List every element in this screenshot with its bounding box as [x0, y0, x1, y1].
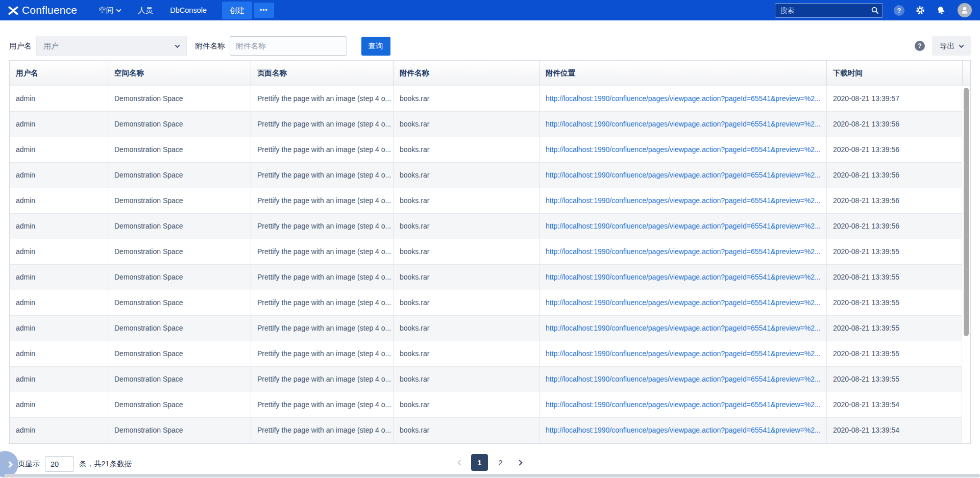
attachment-url-link[interactable]: http://localhost:1990/confluence/pages/v…	[546, 426, 821, 434]
cell-attachment-location: http://localhost:1990/confluence/pages/v…	[539, 418, 826, 443]
attachment-url-link[interactable]: http://localhost:1990/confluence/pages/v…	[546, 273, 821, 281]
cell-download-time: 2020-08-21 13:39:55	[826, 290, 970, 315]
attachment-url-link[interactable]: http://localhost:1990/confluence/pages/v…	[546, 145, 821, 154]
more-menu-button[interactable]: •••	[254, 3, 274, 18]
attachment-name-label: 附件名称	[195, 41, 225, 51]
per-page-input[interactable]	[45, 456, 74, 472]
nav-item-people[interactable]: 人员	[138, 6, 153, 15]
cell-download-time: 2020-08-21 13:39:56	[826, 214, 970, 239]
nav-item-dbconsole[interactable]: DbConsole	[170, 6, 207, 14]
export-button[interactable]: 导出	[932, 36, 971, 56]
attachment-url-link[interactable]: http://localhost:1990/confluence/pages/v…	[546, 349, 821, 358]
cell-username: admin	[10, 86, 108, 111]
cell-attachment-location: http://localhost:1990/confluence/pages/v…	[539, 86, 826, 111]
cell-username: admin	[10, 392, 108, 417]
chevron-down-icon	[175, 43, 180, 48]
cell-download-time: 2020-08-21 13:39:54	[826, 418, 970, 443]
table-row: admin Demonstration Space Prettify the p…	[10, 392, 970, 418]
cell-space-name: Demonstration Space	[108, 341, 251, 366]
help-icon[interactable]: ?	[894, 5, 904, 16]
table-row: admin Demonstration Space Prettify the p…	[10, 188, 970, 214]
attachment-download-table: 用户名 空间名称 页面名称 附件名称 附件位置 下载时间 admin Demon…	[9, 60, 971, 444]
page-help-icon[interactable]: ?	[915, 41, 925, 51]
page-button-2[interactable]: 2	[492, 454, 509, 471]
cell-page-name: Prettify the page with an image (step 4 …	[251, 367, 393, 392]
cell-space-name: Demonstration Space	[108, 290, 251, 315]
username-label: 用户名	[9, 41, 32, 51]
attachment-name-input[interactable]	[230, 36, 347, 56]
table-row: admin Demonstration Space Prettify the p…	[10, 341, 970, 367]
attachment-url-link[interactable]: http://localhost:1990/confluence/pages/v…	[546, 94, 821, 103]
column-header-download-time: 下载时间	[826, 61, 962, 86]
user-avatar[interactable]	[958, 3, 972, 17]
table-row: admin Demonstration Space Prettify the p…	[10, 112, 970, 137]
cell-space-name: Demonstration Space	[108, 316, 251, 341]
cell-username: admin	[10, 112, 108, 137]
column-header-attachment-location: 附件位置	[539, 61, 826, 86]
chevron-down-icon	[959, 43, 964, 48]
attachment-url-link[interactable]: http://localhost:1990/confluence/pages/v…	[546, 171, 821, 179]
cell-page-name: Prettify the page with an image (step 4 …	[251, 137, 393, 162]
cell-attachment-name: books.rar	[393, 137, 539, 162]
attachment-url-link[interactable]: http://localhost:1990/confluence/pages/v…	[546, 120, 821, 128]
cell-attachment-location: http://localhost:1990/confluence/pages/v…	[539, 316, 826, 341]
cell-attachment-location: http://localhost:1990/confluence/pages/v…	[539, 137, 826, 162]
vertical-scrollbar-thumb[interactable]	[964, 88, 969, 336]
attachment-url-link[interactable]: http://localhost:1990/confluence/pages/v…	[546, 298, 821, 307]
cell-page-name: Prettify the page with an image (step 4 …	[251, 188, 393, 213]
prev-page-button[interactable]	[454, 454, 467, 471]
page-button-1[interactable]: 1	[471, 454, 488, 471]
cell-attachment-name: books.rar	[393, 163, 539, 188]
cell-download-time: 2020-08-21 13:39:55	[826, 239, 970, 264]
primary-nav: 空间 人员 DbConsole	[99, 6, 207, 15]
cell-page-name: Prettify the page with an image (step 4 …	[251, 265, 393, 290]
next-page-button[interactable]	[513, 454, 526, 471]
confluence-home-link[interactable]: Confluence	[8, 4, 77, 16]
attachment-url-link[interactable]: http://localhost:1990/confluence/pages/v…	[546, 375, 821, 383]
attachment-url-link[interactable]: http://localhost:1990/confluence/pages/v…	[546, 324, 821, 332]
cell-page-name: Prettify the page with an image (step 4 …	[251, 163, 393, 188]
attachment-url-link[interactable]: http://localhost:1990/confluence/pages/v…	[546, 400, 821, 409]
cell-page-name: Prettify the page with an image (step 4 …	[251, 214, 393, 239]
chevron-left-icon	[457, 460, 463, 465]
attachment-url-link[interactable]: http://localhost:1990/confluence/pages/v…	[546, 247, 821, 256]
create-button[interactable]: 创建	[222, 2, 252, 19]
attachment-url-link[interactable]: http://localhost:1990/confluence/pages/v…	[546, 196, 821, 205]
table-row: admin Demonstration Space Prettify the p…	[10, 86, 970, 112]
cell-download-time: 2020-08-21 13:39:55	[826, 367, 970, 392]
horizontal-scrollbar[interactable]	[4, 474, 980, 477]
cell-download-time: 2020-08-21 13:39:56	[826, 188, 970, 213]
cell-page-name: Prettify the page with an image (step 4 …	[251, 112, 393, 137]
vertical-scrollbar-track[interactable]	[962, 86, 970, 443]
cell-page-name: Prettify the page with an image (step 4 …	[251, 316, 393, 341]
cell-username: admin	[10, 367, 108, 392]
username-select[interactable]: 用户	[36, 36, 187, 56]
cell-space-name: Demonstration Space	[108, 86, 251, 111]
notifications-bell-icon[interactable]	[936, 6, 946, 15]
table-row: admin Demonstration Space Prettify the p…	[10, 265, 970, 290]
query-button[interactable]: 查询	[361, 37, 390, 56]
table-row: admin Demonstration Space Prettify the p…	[10, 239, 970, 265]
nav-item-spaces[interactable]: 空间	[99, 6, 120, 15]
search-icon[interactable]	[871, 6, 879, 16]
export-button-label: 导出	[940, 41, 954, 51]
top-navbar: Confluence 空间 人员 DbConsole 创建 ••• ?	[0, 0, 980, 20]
cell-attachment-location: http://localhost:1990/confluence/pages/v…	[539, 188, 826, 213]
header-scrollbar-spacer	[962, 61, 970, 86]
column-header-space-name: 空间名称	[108, 61, 251, 86]
cell-attachment-location: http://localhost:1990/confluence/pages/v…	[539, 239, 826, 264]
search-input[interactable]	[775, 3, 883, 18]
cell-attachment-name: books.rar	[393, 316, 539, 341]
nav-item-dbconsole-label: DbConsole	[170, 6, 207, 14]
cell-download-time: 2020-08-21 13:39:57	[826, 86, 970, 111]
settings-gear-icon[interactable]	[915, 5, 925, 15]
cell-attachment-name: books.rar	[393, 239, 539, 264]
cell-attachment-location: http://localhost:1990/confluence/pages/v…	[539, 163, 826, 188]
table-body: admin Demonstration Space Prettify the p…	[10, 86, 970, 443]
cell-space-name: Demonstration Space	[108, 137, 251, 162]
cell-username: admin	[10, 137, 108, 162]
attachment-url-link[interactable]: http://localhost:1990/confluence/pages/v…	[546, 222, 821, 230]
column-header-page-name: 页面名称	[251, 61, 393, 86]
cell-page-name: Prettify the page with an image (step 4 …	[251, 392, 393, 417]
chevron-right-icon	[517, 460, 522, 465]
